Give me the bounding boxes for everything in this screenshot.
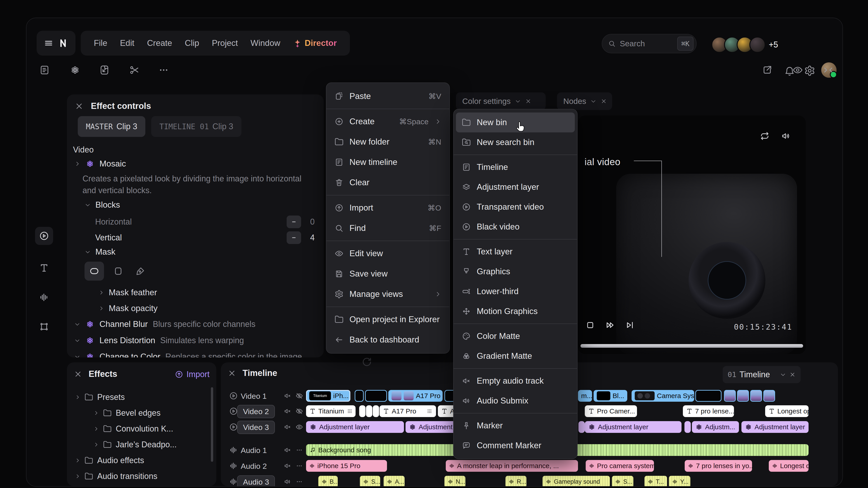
menu-item-transparent-video[interactable]: Transparent video	[456, 197, 575, 217]
search-input[interactable]: Search ⌘K	[602, 34, 697, 53]
pen-mask-icon[interactable]	[132, 262, 148, 281]
scissors-icon[interactable]	[129, 65, 140, 75]
menu-edit[interactable]: Edit	[120, 38, 134, 48]
timeline-clip[interactable]: Camera Sys...	[631, 390, 694, 402]
skip-end-icon[interactable]	[625, 320, 635, 330]
timeline-tab[interactable]: 01Timeline	[723, 366, 801, 383]
timeline-clip[interactable]: A monster leap in performance, ...	[446, 460, 578, 472]
timeline-clip[interactable]: T...	[645, 476, 667, 486]
decrement-button[interactable]	[287, 231, 301, 244]
timeline-clip[interactable]	[373, 405, 379, 417]
settings-gear-icon[interactable]	[804, 65, 815, 76]
track-name[interactable]: Video 2	[237, 405, 275, 418]
hamburger-menu-icon[interactable]	[43, 38, 54, 48]
speaker-mute-icon[interactable]	[284, 446, 291, 454]
menu-item-adjustment-layer[interactable]: Adjustment layer	[456, 177, 575, 197]
menu-director[interactable]: Director	[293, 38, 337, 48]
frame-import-icon[interactable]	[99, 65, 110, 75]
timeline-clip[interactable]: iPhone 15 Pro	[306, 460, 387, 472]
effects-tree-item[interactable]: Jarle’s Deadpo...	[93, 438, 177, 451]
rail-transform-icon[interactable]	[35, 318, 53, 336]
menu-item-new-timeline[interactable]: New timeline	[329, 152, 447, 172]
timeline-clip[interactable]: Pro camera system	[586, 460, 654, 472]
effect-row-mosaic[interactable]: Mosaic	[74, 159, 126, 168]
timeline-clip[interactable]: Adjustm...	[692, 421, 739, 433]
timeline-clip[interactable]	[695, 390, 721, 402]
menu-window[interactable]: Window	[250, 38, 280, 48]
avatar[interactable]	[749, 37, 766, 53]
menu-item-motion-graphics[interactable]: Motion Graphics	[456, 301, 575, 321]
menu-clip[interactable]: Clip	[185, 38, 199, 48]
timeline-clip[interactable]: S...	[612, 476, 633, 486]
dots-icon[interactable]	[296, 478, 303, 486]
menu-file[interactable]: File	[94, 38, 107, 48]
menu-item-empty-audio-track[interactable]: Empty audio track	[456, 371, 575, 391]
menu-item-import[interactable]: Import⌘O	[329, 198, 447, 218]
loop-icon[interactable]	[760, 131, 770, 141]
playback-progress-bar[interactable]	[581, 344, 803, 348]
menu-project[interactable]: Project	[212, 38, 238, 48]
menu-item-create[interactable]: Create⌘Space	[329, 111, 447, 132]
close-icon[interactable]	[228, 369, 236, 378]
stop-icon[interactable]	[585, 320, 595, 330]
menu-item-back-to-dashboard[interactable]: Back to dashboard	[329, 330, 447, 350]
timeline-clip[interactable]: Adjustment layer	[585, 421, 682, 433]
timeline-clip[interactable]: Adjustment layer	[306, 421, 404, 433]
menu-item-gradient-matte[interactable]: Gradient Matte	[456, 346, 575, 366]
menu-item-find[interactable]: Find⌘F	[329, 218, 447, 238]
menu-item-lower-third[interactable]: Lower-third	[456, 282, 575, 301]
timeline-clip[interactable]: TitaniumiPh...	[306, 390, 350, 402]
timeline-clip[interactable]: Y...	[669, 476, 690, 486]
timeline-clip[interactable]	[684, 421, 691, 433]
chevron-down-icon[interactable]	[780, 371, 786, 378]
rect-mask-icon[interactable]	[110, 262, 126, 281]
timeline-clip[interactable]: Longest op...	[769, 460, 809, 472]
timeline-clip[interactable]: S...	[360, 476, 380, 486]
timeline-clip[interactable]: 7 pro lense...	[683, 405, 734, 417]
app-logo-icon[interactable]	[58, 38, 68, 48]
close-icon[interactable]	[789, 371, 796, 378]
menu-item-audio-submix[interactable]: Audio Submix	[456, 391, 575, 411]
ellipsis-icon[interactable]	[158, 65, 169, 75]
timeline-clip[interactable]: Gameplay sound	[542, 476, 610, 486]
flower-icon[interactable]	[70, 65, 81, 75]
ellipse-mask-icon[interactable]	[85, 262, 104, 281]
speaker-mute-icon[interactable]	[284, 392, 291, 400]
menu-item-clear[interactable]: Clear	[329, 172, 447, 193]
timeline-clip[interactable]	[365, 390, 387, 402]
effects-tree-item[interactable]: Video effects	[74, 485, 144, 486]
menu-item-open-project-in-explorer[interactable]: Open project in Explorer	[329, 309, 447, 330]
rail-waveform-icon[interactable]	[35, 288, 53, 306]
menu-item-edit-view[interactable]: Edit view	[329, 243, 447, 264]
clip-scope-tab[interactable]: MASTERClip 3	[78, 116, 145, 137]
menu-item-timeline[interactable]: Timeline	[456, 157, 575, 177]
menu-item-paste[interactable]: Paste⌘V	[329, 86, 447, 106]
menu-create[interactable]: Create	[147, 38, 172, 48]
eye-off-icon[interactable]	[296, 392, 303, 400]
timeline-clip[interactable]: A...	[383, 476, 405, 486]
waveform-icon[interactable]	[229, 477, 238, 486]
rail-play-circle-icon[interactable]	[35, 227, 53, 245]
effects-tree-item[interactable]: Audio effects	[74, 454, 144, 467]
effect-row[interactable]: Channel BlurBlurs specific color channel…	[74, 320, 255, 329]
play-circle-icon[interactable]	[229, 422, 238, 431]
timeline-clip[interactable]: m...	[578, 390, 592, 402]
timeline-clip[interactable]	[359, 405, 366, 417]
close-icon[interactable]	[74, 370, 82, 379]
viewer-tab-nodes[interactable]: Nodes	[557, 92, 612, 110]
decrement-button[interactable]	[287, 216, 301, 228]
blocks-group[interactable]: Blocks	[85, 200, 120, 210]
timeline-clip[interactable]: R...	[505, 476, 526, 486]
timeline-clip[interactable]	[355, 390, 364, 402]
viewer-tab-color-settings[interactable]: Color settings	[456, 92, 546, 110]
timeline-clip[interactable]	[763, 390, 775, 402]
mask-sub-0[interactable]: Mask feather	[98, 288, 157, 297]
rail-text-tool-icon[interactable]	[35, 259, 53, 277]
timeline-clip[interactable]: A17 Pro	[388, 390, 442, 402]
speaker-icon[interactable]	[284, 478, 291, 486]
dots-icon[interactable]	[296, 446, 303, 454]
waveform-icon[interactable]	[229, 461, 238, 470]
menu-item-color-matte[interactable]: Color Matte	[456, 326, 575, 346]
import-button[interactable]: Import	[175, 369, 210, 379]
effects-tree-item[interactable]: Audio transitions	[74, 469, 157, 483]
